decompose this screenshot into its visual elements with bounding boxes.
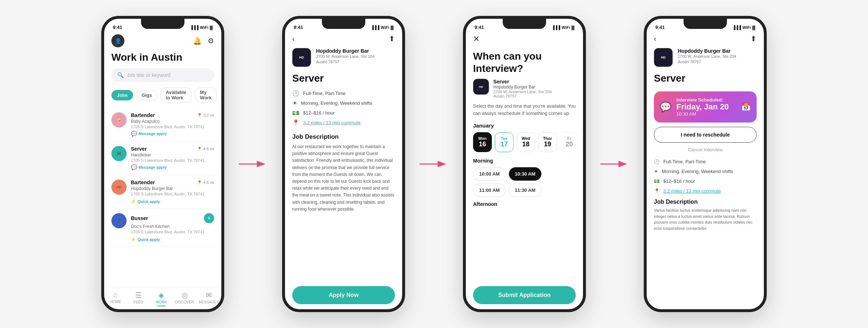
interview-card-icon: 💬 xyxy=(660,102,671,113)
job-dist-1: 📍 3.2 mi xyxy=(197,113,214,118)
detail-shifts-2: ☀ Morning, Evening, Weekend shifts xyxy=(292,100,395,107)
work-underline xyxy=(157,306,166,306)
p3-job-title: Server xyxy=(493,79,552,85)
signal-icon: ▐▐▐ xyxy=(190,25,198,30)
job-desc-2: At our restaurant we work together to ma… xyxy=(285,143,402,213)
detail-distance-4[interactable]: 📍 3.2 miles / 13 min commute xyxy=(654,186,757,196)
tab-jobs[interactable]: Jobs xyxy=(111,90,133,100)
signal-icon-2: ▐▐▐ xyxy=(371,25,379,30)
company-addr-4: 2700 W. Anderson Lane, Ste 204Austin 787… xyxy=(678,54,736,65)
status-icons-2: ▐▐▐ WiFi ▓ xyxy=(371,25,393,30)
interview-title-3: When can you Interview? xyxy=(466,47,583,79)
tab-available[interactable]: Available to Work xyxy=(160,87,192,103)
time-1130[interactable]: 11:30 AM xyxy=(509,184,542,197)
job-list: 🍹 Bartender 📍 3.2 mi Baby Acapulco 1705 … xyxy=(104,108,221,287)
phone-3: 9:41 ▐▐▐ WiFi ▓ ✕ When can you Interview… xyxy=(463,16,586,312)
job-title-4: Server xyxy=(647,73,764,90)
day-mon16[interactable]: Mon 16 xyxy=(473,132,492,152)
day-thur19[interactable]: Thur 19 xyxy=(538,132,557,152)
share-button-2[interactable]: ⬆ xyxy=(389,34,395,43)
battery-icon: ▓ xyxy=(210,25,213,30)
job-item-4[interactable]: D Busser + Doc's Fresh Kitchen 1705 S La… xyxy=(110,209,216,247)
apply-now-button[interactable]: Apply Now xyxy=(292,286,395,304)
time-3: 9:41 xyxy=(475,25,484,30)
search-bar[interactable]: 🔍 Job title or keyword xyxy=(111,68,214,82)
p3-company-row: HD Server Hopdoddy Burger Bar 2700 W. An… xyxy=(466,79,583,103)
job-addr-2: 1705 S Lakeshore Blvd, Austin, TX 78741 xyxy=(131,158,214,163)
nav-home[interactable]: ⌂ HOME xyxy=(107,291,125,304)
cancel-interview-link[interactable]: Cancel Interview xyxy=(647,146,764,157)
search-icon: 🔍 xyxy=(117,72,124,78)
settings-icon[interactable]: ⚙ xyxy=(208,36,214,45)
nav-discover[interactable]: ◎ DISCOVER xyxy=(175,291,194,304)
nav-messages[interactable]: ✉ MESSAGES xyxy=(199,291,219,304)
job-info-4: Busser + Doc's Fresh Kitchen 1705 S Lake… xyxy=(131,213,214,242)
company-addr-2: 2700 W. Anderson Lane, Ste 204Austin 787… xyxy=(316,54,374,65)
detail-shifts-4: ☀ Morning, Evening, Weekend shifts xyxy=(654,167,757,176)
status-bar-3: 9:41 ▐▐▐ WiFi ▓ xyxy=(466,21,583,31)
day-tue17[interactable]: Tue 17 xyxy=(495,132,514,152)
time-1100[interactable]: 11:00 AM xyxy=(473,184,506,197)
morning-times: 10:00 AM 10:30 AM 11:00 AM 11:30 AM xyxy=(473,167,576,197)
day-fri20: Fr 20 xyxy=(560,132,579,152)
job-title-row-2: Server 📍 4.6 mi xyxy=(131,146,214,152)
tab-mywork[interactable]: My Work xyxy=(195,87,217,103)
job-avatar-3: HD xyxy=(111,180,127,195)
company-logo-4: HD xyxy=(654,48,673,67)
arrow-2 xyxy=(420,159,448,169)
tab-gigs[interactable]: Gigs xyxy=(136,90,157,100)
job-info-3: Bartender 📍 4.6 mi Hopdoddy Burger Bar 1… xyxy=(131,180,214,204)
job-title-2: Server xyxy=(285,73,402,90)
home-icon: ⌂ xyxy=(114,291,118,299)
afternoon-label: Afternoon xyxy=(473,201,576,207)
phone4-content: ‹ ⬆ HD Hopdoddy Burger Bar 2700 W. Ander… xyxy=(647,31,764,309)
phone-4: 9:41 ▐▐▐ WiFi ▓ ‹ ⬆ HD Hopdoddy Burger B… xyxy=(644,16,767,312)
p4-topbar: ‹ ⬆ xyxy=(647,31,764,47)
day-wed18[interactable]: Wed 18 xyxy=(516,132,535,152)
interview-scheduled-label: Interview Scheduled: xyxy=(676,97,729,103)
avatar[interactable]: 👤 xyxy=(111,34,124,47)
day-selector-3: Mon 16 Tue 17 Wed 18 Thur 19 Fr 20 xyxy=(466,132,583,158)
battery-icon-3: ▓ xyxy=(571,25,574,30)
back-button-2[interactable]: ‹ xyxy=(292,35,295,43)
time-4: 9:41 xyxy=(655,25,665,30)
job-action-3[interactable]: ⚡ Quick apply xyxy=(131,199,160,204)
job-desc-body-4: Varius facilisis luctus scelerisque adip… xyxy=(654,207,757,231)
nav-work-label: WORK xyxy=(156,300,167,304)
job-title-row-1: Bartender 📍 3.2 mi xyxy=(131,112,214,118)
reschedule-button[interactable]: I need to reschedule xyxy=(654,127,757,143)
status-bar-1: 9:41 ▐▐▐ WiFi ▓ xyxy=(104,21,221,31)
status-icons-3: ▐▐▐ WiFi ▓ xyxy=(552,25,574,30)
company-header-2: HD Hopdoddy Burger Bar 2700 W. Anderson … xyxy=(285,47,402,73)
time-section-morning: Morning 10:00 AM 10:30 AM 11:00 AM 11:30… xyxy=(466,158,583,211)
job-avatar-1: 🍹 xyxy=(111,112,127,128)
status-icons-4: ▐▐▐ WiFi ▓ xyxy=(732,25,755,30)
job-item-1[interactable]: 🍹 Bartender 📍 3.2 mi Baby Acapulco 1705 … xyxy=(110,108,216,142)
interview-scheduled-card: 💬 Interview Scheduled: Friday, Jan 20 10… xyxy=(654,91,757,122)
interview-card-info: Interview Scheduled: Friday, Jan 20 10:3… xyxy=(676,97,729,117)
job-item-3[interactable]: HD Bartender 📍 4.6 mi Hopdoddy Burger Ba… xyxy=(110,175,216,209)
job-company-3: Hopdoddy Burger Bar xyxy=(131,186,214,191)
notification-icon[interactable]: 🔔 xyxy=(193,36,202,45)
job-item-2[interactable]: H Server 📍 4.6 mi Handlebar 1705 S Lakes… xyxy=(110,142,216,175)
back-button-4[interactable]: ‹ xyxy=(654,35,656,43)
discover-icon: ◎ xyxy=(182,291,188,299)
job-dist-2: 📍 4.6 mi xyxy=(197,147,214,151)
time-1030[interactable]: 10:30 AM xyxy=(509,167,542,181)
detail-distance-2[interactable]: 📍 3.2 miles / 13 min commute xyxy=(292,119,395,126)
nav-feed[interactable]: ☰ FEED xyxy=(129,291,148,304)
money-icon-4: 💵 xyxy=(654,178,660,184)
calendar-icon: 📅 xyxy=(741,102,751,112)
job-action-2[interactable]: 💬 Message apply xyxy=(131,164,167,170)
nav-work[interactable]: ◈ WORK xyxy=(152,291,170,306)
bottom-nav: ⌂ HOME ☰ FEED ◈ WORK ◎ DISCOVER ✉ MESSAG… xyxy=(104,287,221,309)
close-button-3[interactable]: ✕ xyxy=(473,34,480,44)
share-button-4[interactable]: ⬆ xyxy=(750,34,757,43)
submit-application-button[interactable]: Submit Application xyxy=(473,286,576,304)
work-icon: ◈ xyxy=(158,291,164,299)
job-action-4[interactable]: ⚡ Quick apply xyxy=(131,237,160,242)
time-1000[interactable]: 10:00 AM xyxy=(473,167,506,181)
job-action-1[interactable]: 💬 Message apply xyxy=(131,131,167,137)
p2-topbar: ‹ ⬆ xyxy=(285,31,402,47)
add-icon[interactable]: + xyxy=(204,213,214,223)
